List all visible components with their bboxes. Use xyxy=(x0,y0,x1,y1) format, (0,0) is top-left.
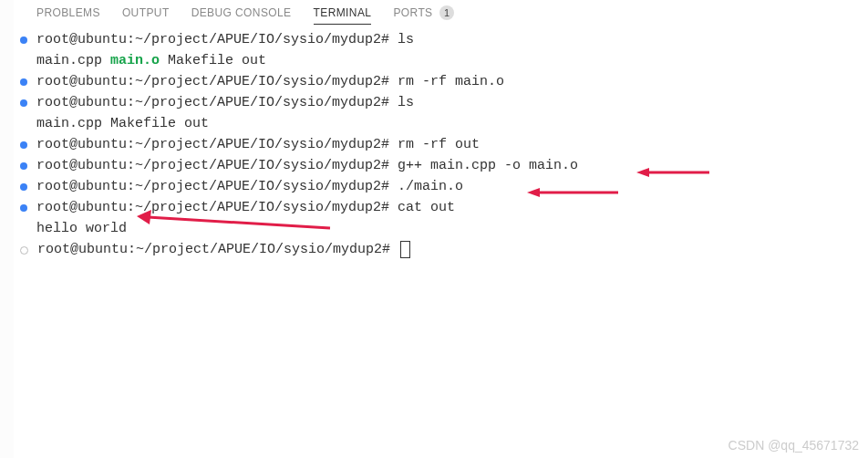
tab-ports-label: PORTS xyxy=(393,6,432,19)
tab-problems[interactable]: PROBLEMS xyxy=(36,6,100,19)
terminal-text: root@ubuntu:~/project/APUE/IO/sysio/mydu… xyxy=(36,71,504,92)
tab-ports[interactable]: PORTS 1 xyxy=(393,5,454,20)
terminal-text: main.cpp Makefile out xyxy=(36,113,209,134)
terminal-line: root@ubuntu:~/project/APUE/IO/sysio/mydu… xyxy=(36,134,868,155)
terminal-line: root@ubuntu:~/project/APUE/IO/sysio/mydu… xyxy=(36,197,868,218)
terminal-text: root@ubuntu:~/project/APUE/IO/sysio/mydu… xyxy=(36,176,463,197)
terminal-text: root@ubuntu:~/project/APUE/IO/sysio/mydu… xyxy=(36,155,578,176)
terminal-line: root@ubuntu:~/project/APUE/IO/sysio/mydu… xyxy=(36,155,868,176)
terminal-line: root@ubuntu:~/project/APUE/IO/sysio/mydu… xyxy=(36,29,868,50)
panel-container: PROBLEMS OUTPUT DEBUG CONSOLE TERMINAL P… xyxy=(0,0,868,260)
terminal-text: root@ubuntu:~/project/APUE/IO/sysio/mydu… xyxy=(37,239,410,260)
status-dot-icon xyxy=(20,183,27,191)
terminal-line: main.cpp main.o Makefile out xyxy=(36,50,868,71)
terminal-text: root@ubuntu:~/project/APUE/IO/sysio/mydu… xyxy=(36,92,414,113)
status-dot-icon xyxy=(20,246,28,255)
status-dot-icon xyxy=(20,204,27,212)
terminal-text: hello world xyxy=(36,218,127,239)
status-dot-icon xyxy=(20,78,27,86)
terminal-line: root@ubuntu:~/project/APUE/IO/sysio/mydu… xyxy=(36,176,868,197)
tab-output[interactable]: OUTPUT xyxy=(122,6,170,19)
terminal-line: hello world xyxy=(36,218,868,239)
ports-badge: 1 xyxy=(439,5,454,20)
tab-debug-console[interactable]: DEBUG CONSOLE xyxy=(191,6,292,19)
terminal-line: root@ubuntu:~/project/APUE/IO/sysio/mydu… xyxy=(36,239,868,260)
status-dot-icon xyxy=(20,99,27,107)
terminal-line: root@ubuntu:~/project/APUE/IO/sysio/mydu… xyxy=(36,71,868,92)
cursor-icon xyxy=(400,241,410,258)
tab-terminal[interactable]: TERMINAL xyxy=(314,6,372,19)
terminal-line: main.cpp Makefile out xyxy=(36,113,868,134)
panel-tabs: PROBLEMS OUTPUT DEBUG CONSOLE TERMINAL P… xyxy=(36,5,868,29)
status-dot-icon xyxy=(20,162,27,170)
watermark: CSDN @qq_45671732 xyxy=(728,438,859,453)
terminal-text: root@ubuntu:~/project/APUE/IO/sysio/mydu… xyxy=(36,134,480,155)
terminal-text: root@ubuntu:~/project/APUE/IO/sysio/mydu… xyxy=(36,29,414,50)
status-dot-icon xyxy=(20,141,27,149)
terminal-line: root@ubuntu:~/project/APUE/IO/sysio/mydu… xyxy=(36,92,868,113)
terminal-view[interactable]: root@ubuntu:~/project/APUE/IO/sysio/mydu… xyxy=(36,29,868,260)
status-dot-icon xyxy=(20,36,27,44)
terminal-text: main.cpp main.o Makefile out xyxy=(36,50,266,71)
terminal-text: root@ubuntu:~/project/APUE/IO/sysio/mydu… xyxy=(36,197,455,218)
